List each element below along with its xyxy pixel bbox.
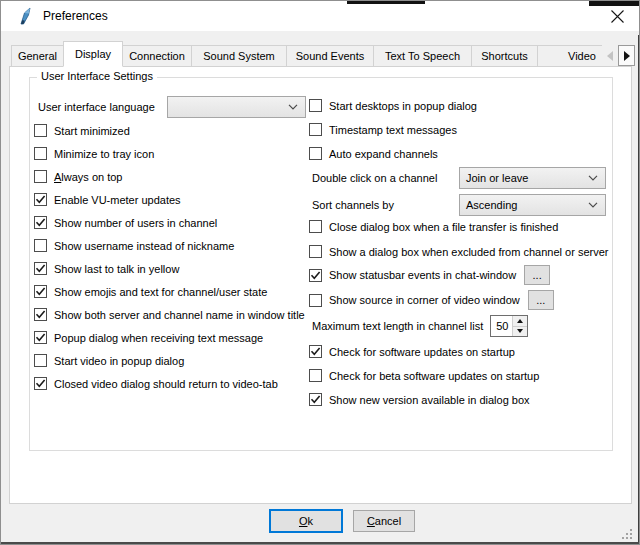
checkbox-checked[interactable]: [34, 377, 47, 390]
checkbox-unchecked[interactable]: [34, 354, 47, 367]
spin-up-button[interactable]: [513, 316, 527, 326]
checkbox-label: Popup dialog when receiving text message: [54, 332, 263, 344]
checkbox-label: Start minimized: [54, 125, 130, 137]
checkbox-row-start-video-in-popup-dialog[interactable]: Start video in popup dialog: [34, 353, 184, 368]
checkbox-row-timestamp-text-messages[interactable]: Timestamp text messages: [309, 122, 457, 137]
checkbox-row-show-number-of-users-in-channel[interactable]: Show number of users in channel: [34, 215, 217, 230]
checkbox-label: Enable VU-meter updates: [54, 194, 181, 206]
checkbox-label: Closed video dialog should return to vid…: [54, 378, 278, 390]
checkbox-label: Auto expand channels: [329, 148, 438, 160]
checkbox-label: Show source in corner of video window: [329, 294, 520, 306]
checkbox-checked[interactable]: [309, 393, 322, 406]
checkbox-row-always-on-top[interactable]: Always on top: [34, 169, 123, 184]
spinbox-value: 50: [491, 316, 512, 336]
checkbox-row-show-new-version-available-in-dialog-box[interactable]: Show new version available in dialog box: [309, 392, 530, 407]
resize-grip[interactable]: [621, 528, 634, 541]
checkbox-checked[interactable]: [309, 345, 322, 358]
checkbox-row-show-a-dialog-box-when-excluded-from-channel-or-server[interactable]: Show a dialog box when excluded from cha…: [309, 244, 608, 259]
chevron-down-icon: [588, 202, 598, 208]
spin-down-button[interactable]: [513, 326, 527, 337]
background-fragment: [347, 1, 425, 4]
checkbox-unchecked[interactable]: [309, 99, 322, 112]
checkbox-label: Minimize to tray icon: [54, 148, 154, 160]
checkbox-row-auto-expand-channels[interactable]: Auto expand channels: [309, 146, 438, 161]
spinbox-maximum-text-length-in-channel-list[interactable]: 50: [490, 315, 528, 337]
checkbox-checked[interactable]: [34, 331, 47, 344]
checkbox-row-popup-dialog-when-receiving-text-message[interactable]: Popup dialog when receiving text message: [34, 330, 263, 345]
checkbox-row-enable-vu-meter-updates[interactable]: Enable VU-meter updates: [34, 192, 181, 207]
checkbox-label: Start video in popup dialog: [54, 355, 184, 367]
background-fragment: [589, 1, 640, 6]
checkbox-row-check-for-software-updates-on-startup[interactable]: Check for software updates on startup: [309, 344, 515, 359]
setting-label: Maximum text length in channel list: [312, 320, 483, 332]
setting-row-maximum-text-length-in-channel-list: Maximum text length in channel list50: [312, 315, 528, 337]
checkbox-row-close-dialog-box-when-a-file-transfer-is-finished[interactable]: Close dialog box when a file transfer is…: [309, 219, 558, 234]
settings-rows: Start minimizedMinimize to tray iconAlwa…: [1, 1, 639, 544]
setting-row-double-click-on-a-channel: Double click on a channelJoin or leave: [312, 167, 612, 189]
checkbox-unchecked[interactable]: [309, 369, 322, 382]
checkbox-row-show-last-to-talk-in-yellow[interactable]: Show last to talk in yellow: [34, 261, 179, 276]
checkbox-unchecked[interactable]: [309, 147, 322, 160]
checkbox-row-closed-video-dialog-should-return-to-video-tab[interactable]: Closed video dialog should return to vid…: [34, 376, 278, 391]
checkbox-row-show-emojis-and-text-for-channel-user-state[interactable]: Show emojis and text for channel/user st…: [34, 284, 267, 299]
checkbox-checked[interactable]: [34, 285, 47, 298]
checkbox-label: Check for software updates on startup: [329, 346, 515, 358]
setting-label: Sort channels by: [312, 199, 394, 211]
checkbox-checked[interactable]: [309, 269, 322, 282]
checkbox-label: Show statusbar events in chat-window: [329, 269, 516, 281]
checkbox-row-show-source-in-corner-of-video-window[interactable]: Show source in corner of video window...: [309, 290, 554, 310]
select-value: Ascending: [466, 199, 517, 211]
checkbox-row-start-desktops-in-popup-dialog[interactable]: Start desktops in popup dialog: [309, 98, 477, 113]
select-value: Join or leave: [466, 172, 528, 184]
select-double-click-on-a-channel[interactable]: Join or leave: [459, 167, 606, 189]
checkbox-label: Timestamp text messages: [329, 124, 457, 136]
checkbox-unchecked[interactable]: [34, 170, 47, 183]
cancel-button[interactable]: Cancel: [353, 510, 415, 532]
checkbox-checked[interactable]: [34, 193, 47, 206]
checkbox-row-check-for-beta-software-updates-on-startup[interactable]: Check for beta software updates on start…: [309, 368, 539, 383]
checkbox-label: Start desktops in popup dialog: [329, 100, 477, 112]
checkbox-row-minimize-to-tray-icon[interactable]: Minimize to tray icon: [34, 146, 154, 161]
checkbox-label: Show emojis and text for channel/user st…: [54, 286, 267, 298]
ok-button[interactable]: Ok: [269, 509, 343, 533]
checkbox-label: Show number of users in channel: [54, 217, 217, 229]
arrow-up-icon: [517, 319, 523, 323]
checkbox-unchecked[interactable]: [34, 239, 47, 252]
checkbox-label: Show both server and channel name in win…: [54, 309, 305, 321]
chevron-down-icon: [588, 175, 598, 181]
checkbox-label: Check for beta software updates on start…: [329, 370, 539, 382]
setting-row-sort-channels-by: Sort channels byAscending: [312, 194, 612, 216]
arrow-down-icon: [517, 329, 523, 333]
checkbox-checked[interactable]: [34, 308, 47, 321]
checkbox-row-show-statusbar-events-in-chat-window[interactable]: Show statusbar events in chat-window...: [309, 265, 550, 285]
checkbox-label: Always on top: [54, 171, 123, 183]
checkbox-unchecked[interactable]: [309, 123, 322, 136]
checkbox-unchecked[interactable]: [34, 147, 47, 160]
checkbox-label: Show username instead of nickname: [54, 240, 234, 252]
checkbox-unchecked[interactable]: [309, 294, 322, 307]
checkbox-label: Show last to talk in yellow: [54, 263, 179, 275]
checkbox-checked[interactable]: [34, 262, 47, 275]
ellipsis-button-show-statusbar-events-in-chat-window[interactable]: ...: [524, 265, 550, 285]
cancel-button-label: Cancel: [367, 515, 401, 527]
ok-button-label: Ok: [299, 515, 313, 527]
checkbox-unchecked[interactable]: [309, 220, 322, 233]
checkbox-row-start-minimized[interactable]: Start minimized: [34, 123, 130, 138]
checkbox-label: Show a dialog box when excluded from cha…: [329, 246, 608, 258]
checkbox-label: Show new version available in dialog box: [329, 394, 530, 406]
ellipsis-button-show-source-in-corner-of-video-window[interactable]: ...: [528, 290, 554, 310]
select-sort-channels-by[interactable]: Ascending: [459, 194, 606, 216]
checkbox-unchecked[interactable]: [34, 124, 47, 137]
preferences-dialog: Preferences GeneralDisplayConnectionSoun…: [0, 0, 640, 545]
checkbox-unchecked[interactable]: [309, 245, 322, 258]
checkbox-label: Close dialog box when a file transfer is…: [329, 221, 558, 233]
checkbox-checked[interactable]: [34, 216, 47, 229]
checkbox-row-show-both-server-and-channel-name-in-window-title[interactable]: Show both server and channel name in win…: [34, 307, 305, 322]
checkbox-row-show-username-instead-of-nickname[interactable]: Show username instead of nickname: [34, 238, 234, 253]
setting-label: Double click on a channel: [312, 172, 437, 184]
